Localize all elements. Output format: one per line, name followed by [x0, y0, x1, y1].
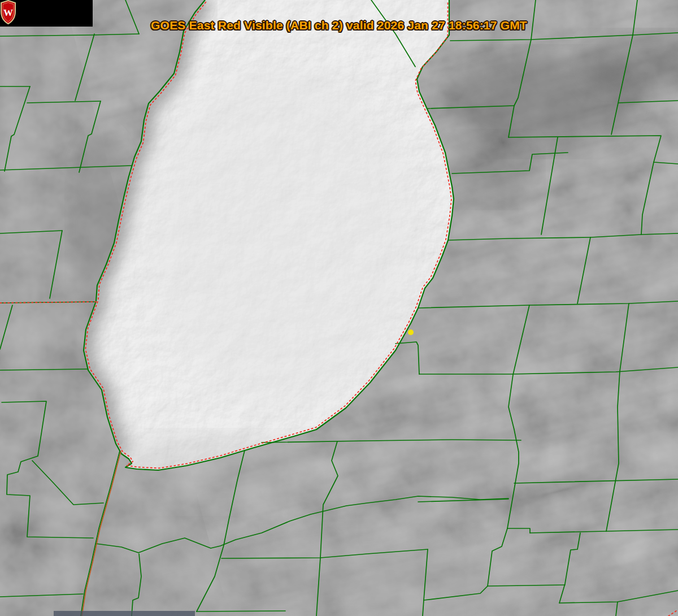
location-marker: [408, 329, 414, 335]
county-boundary-line: [197, 611, 285, 611]
goes-satellite-image: [0, 0, 678, 616]
svg-text:W: W: [3, 7, 13, 18]
uw-crest-icon: W: [0, 0, 16, 24]
uw-aos-logo: W Department of Atmospheric and Oceanic …: [0, 0, 93, 27]
cloud-shadow: [446, 136, 537, 203]
satellite-map-view: GOES East Red Visible (ABI ch 2) valid 2…: [0, 0, 678, 616]
cloud-bright-patch: [96, 435, 333, 509]
map-title: GOES East Red Visible (ABI ch 2) valid 2…: [0, 19, 678, 32]
bottom-edge-water-bar: [54, 611, 195, 616]
